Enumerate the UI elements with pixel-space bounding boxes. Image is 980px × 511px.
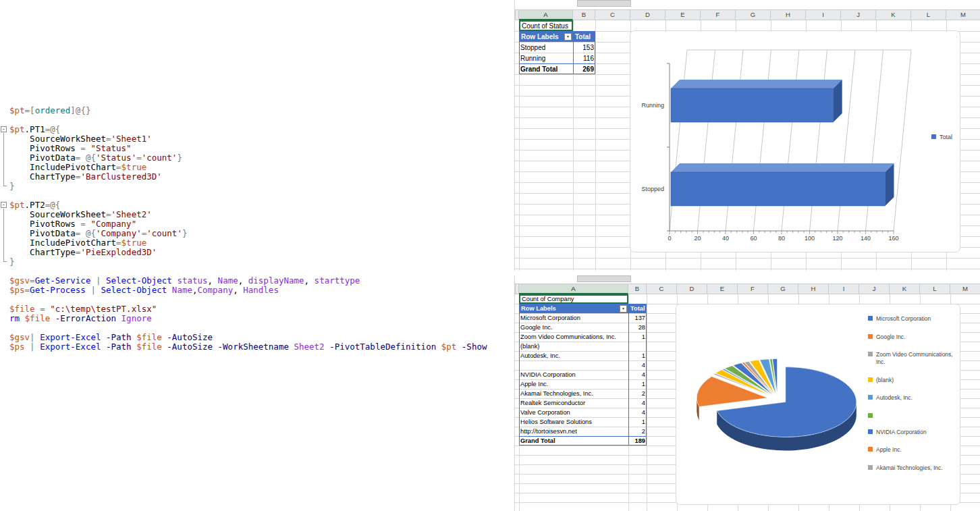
pivot-row-value[interactable]: 1 — [628, 379, 647, 389]
pivot-row-label[interactable]: Autodesk, Inc. — [519, 351, 628, 360]
code-line[interactable]: PivotRows = "Status" — [0, 144, 513, 153]
pivot-row-labels-header[interactable]: Row Labels▼ — [519, 304, 628, 313]
pivot-row-value[interactable]: 1 — [628, 351, 647, 360]
code-line[interactable]: $pt=[ordered]@{} — [0, 106, 513, 115]
code-line[interactable]: SourceWorkSheet='Sheet1' — [0, 134, 513, 144]
code-line[interactable]: -$pt.PT2=@{ — [0, 200, 513, 210]
powershell-ise-script-pane[interactable]: $pt=[ordered]@{}-$pt.PT1=@{ SourceWorkSh… — [0, 106, 513, 352]
legend-item[interactable]: Autodesk, Inc. — [868, 394, 957, 402]
pivot-row-label[interactable]: Valve Corporation — [519, 408, 628, 417]
pivot-row-label[interactable]: NVIDIA Corporation — [519, 370, 628, 379]
column-header-B[interactable]: B — [573, 9, 595, 20]
pivot-row-label[interactable]: Running — [519, 53, 573, 63]
bar-chart-legend[interactable]: Total — [931, 134, 952, 141]
code-line[interactable]: IncludePivotChart=$true — [0, 163, 513, 172]
legend-item[interactable]: Google Inc. — [868, 333, 957, 341]
code-line[interactable] — [0, 115, 513, 125]
column-header-E[interactable]: E — [707, 284, 738, 294]
fold-collapse-icon[interactable]: - — [1, 126, 7, 132]
column-header-D[interactable]: D — [677, 284, 707, 294]
pivot-row-value[interactable]: 4 — [628, 360, 647, 370]
code-line[interactable]: -$pt.PT1=@{ — [0, 125, 513, 134]
pivot-row-value[interactable]: 137 — [628, 313, 647, 323]
code-line[interactable]: $gsv| Export-Excel -Path $file -AutoSize — [0, 333, 513, 342]
pivot-row-label[interactable]: Apple Inc. — [519, 379, 628, 389]
pivot-grand-total-value[interactable]: 269 — [573, 63, 595, 74]
column-header-D[interactable]: D — [630, 9, 665, 20]
pivot-title-cell[interactable]: Count of Status — [519, 20, 573, 31]
pivot-grand-total-label[interactable]: Grand Total — [519, 436, 628, 446]
legend-item[interactable]: Zoom Video Communications, Inc. — [868, 351, 957, 365]
legend-item[interactable] — [868, 412, 957, 418]
pivot-row-labels-header[interactable]: Row Labels▼ — [519, 31, 573, 42]
bar-chart-object[interactable]: 020406080100120140160StoppedRunning Tota… — [630, 30, 960, 252]
pane-split-box[interactable] — [577, 0, 631, 7]
column-header-E[interactable]: E — [665, 9, 701, 20]
code-line[interactable]: ChartType='BarClustered3D' — [0, 172, 513, 182]
pivot-row-label[interactable]: Microsoft Corporation — [519, 313, 628, 323]
pivot-row-label[interactable]: http://tortoisesvn.net — [519, 427, 628, 436]
pivot-row-value[interactable]: 1 — [628, 332, 647, 342]
column-header-F[interactable]: F — [701, 9, 736, 20]
legend-item[interactable]: Total — [931, 134, 952, 141]
column-header-J[interactable]: J — [841, 9, 876, 20]
code-line[interactable]: rm $file -ErrorAction Ignore — [0, 314, 513, 323]
pivot-row-label[interactable]: Zoom Video Communications, Inc. — [519, 332, 628, 342]
pivot-values-header[interactable]: Total — [628, 304, 647, 313]
column-header-B[interactable]: B — [628, 284, 647, 294]
column-header-G[interactable]: G — [768, 284, 798, 294]
column-header-I[interactable]: I — [806, 9, 841, 20]
column-header-H[interactable]: H — [798, 284, 829, 294]
column-header-C[interactable]: C — [595, 9, 630, 20]
legend-item[interactable]: (blank) — [868, 377, 957, 384]
pivot-row-value[interactable]: 4 — [628, 370, 647, 379]
code-line[interactable]: } — [0, 182, 513, 191]
pivot-row-value[interactable]: 4 — [628, 398, 647, 408]
column-header-F[interactable]: F — [738, 284, 768, 294]
code-line[interactable] — [0, 267, 513, 276]
code-line[interactable]: IncludePivotChart=$true — [0, 238, 513, 248]
pivot-title-cell[interactable]: Count of Company — [519, 294, 628, 304]
pivot-values-header[interactable]: Total — [573, 31, 595, 42]
code-line[interactable]: PivotData= @{'Status'='count'} — [0, 153, 513, 163]
pivot-row-label[interactable]: Stopped — [519, 42, 573, 53]
pivot-row-value[interactable]: 116 — [573, 53, 595, 63]
column-header-M[interactable]: M — [946, 9, 980, 20]
code-line[interactable] — [0, 191, 513, 200]
code-line[interactable] — [0, 295, 513, 304]
code-line[interactable]: } — [0, 257, 513, 267]
pivot-row-value[interactable]: 1 — [628, 417, 647, 427]
pie-chart-legend[interactable]: Microsoft CorporationGoogle Inc.Zoom Vid… — [868, 315, 957, 483]
column-header-L[interactable]: L — [920, 284, 950, 294]
column-header-G[interactable]: G — [736, 9, 771, 20]
code-line[interactable]: ChartType='PieExploded3D' — [0, 248, 513, 257]
column-header-A[interactable]: A — [519, 284, 628, 294]
code-line[interactable]: $ps | Export-Excel -Path $file -AutoSize… — [0, 342, 513, 352]
pivot-row-value[interactable]: 2 — [628, 427, 647, 436]
filter-dropdown-icon[interactable]: ▼ — [564, 33, 572, 41]
excel-sheet-company[interactable]: ABCDEFGHIJKLM Count of CompanyRow Labels… — [514, 275, 980, 511]
code-line[interactable]: $ps=Get-Process | Select-Object Name,Com… — [0, 286, 513, 295]
pivot-row-label[interactable]: Helios Software Solutions — [519, 417, 628, 427]
pivot-grand-total-value[interactable]: 189 — [628, 436, 647, 446]
code-line[interactable]: PivotRows = "Company" — [0, 219, 513, 229]
pivot-row-value[interactable]: 2 — [628, 389, 647, 398]
filter-dropdown-icon[interactable]: ▼ — [620, 305, 627, 313]
legend-item[interactable]: Microsoft Corporation — [868, 315, 957, 323]
code-line[interactable]: SourceWorkSheet='Sheet2' — [0, 210, 513, 219]
fold-collapse-icon[interactable]: - — [1, 202, 7, 208]
pivot-row-label[interactable]: Google Inc. — [519, 323, 628, 332]
pivot-row-value[interactable]: 4 — [628, 408, 647, 417]
column-header-K[interactable]: K — [890, 284, 920, 294]
legend-item[interactable]: Akamai Technologies, Inc. — [868, 464, 957, 472]
pivot-row-label[interactable]: Akamai Technologies, Inc. — [519, 389, 628, 398]
legend-item[interactable]: Apple Inc. — [868, 446, 957, 454]
pivot-row-value[interactable]: 28 — [628, 323, 647, 332]
column-header-M[interactable]: M — [950, 284, 980, 294]
pivot-row-label[interactable] — [519, 360, 628, 370]
code-line[interactable]: $file = "c:\temp\testPT.xlsx" — [0, 304, 513, 314]
code-line[interactable] — [0, 323, 513, 333]
column-header-J[interactable]: J — [859, 284, 890, 294]
legend-item[interactable]: NVIDIA Corporation — [868, 429, 957, 436]
column-header-C[interactable]: C — [647, 284, 677, 294]
